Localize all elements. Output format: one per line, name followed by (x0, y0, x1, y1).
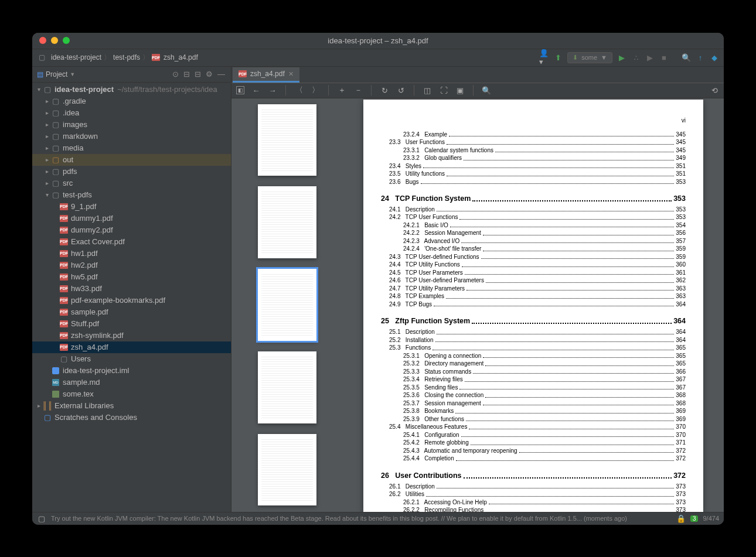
toc-entry: 24.9 TCP Bugs364 (381, 300, 686, 309)
ide-icon[interactable]: ◆ (710, 53, 719, 62)
build-button[interactable]: ⬆ (553, 53, 563, 62)
tab-label: zsh_a4.pdf (250, 70, 285, 78)
toc-entry: 25.3.3 Status commands366 (381, 368, 686, 376)
prev-page-icon[interactable]: 〈 (294, 86, 304, 95)
tree-file-pdf[interactable]: PDFhw5.pdf (32, 271, 231, 283)
folder-label: test-pdfs (63, 190, 92, 199)
tree-file-pdf[interactable]: PDFzsh-symlink.pdf (32, 330, 231, 341)
run-config-selector[interactable]: ⬇ some ▼ (567, 52, 612, 63)
tree-folder[interactable]: ▸▢markdown (32, 131, 231, 142)
tree-folder-testpdfs[interactable]: ▾ ▢ test-pdfs (32, 189, 231, 201)
tool-windows-icon[interactable]: ▢ (37, 514, 46, 523)
toc-entry: 24.2.3 Advanced I/O357 (381, 237, 686, 245)
toc-entry: 24.4 TCP Utility Functions360 (381, 261, 686, 269)
tree-folder[interactable]: ▸▢.idea (32, 107, 231, 119)
tree-scratches[interactable]: ▢ Scratches and Consoles (32, 412, 231, 423)
chevron-right-icon: ▸ (43, 145, 51, 151)
coverage-button[interactable]: ▶ (645, 53, 655, 62)
tree-file-pdf[interactable]: PDFhw2.pdf (32, 259, 231, 271)
thumbnail[interactable] (258, 351, 316, 423)
tree-external-libs[interactable]: ▸ ║║ External Libraries (32, 400, 231, 412)
crumb-project[interactable]: idea-test-project (51, 53, 101, 61)
spread-icon[interactable]: ◫ (423, 86, 432, 95)
thumbnail[interactable] (258, 186, 316, 258)
fit-icon[interactable]: ▣ (455, 86, 465, 95)
find-icon[interactable]: 🔍 (482, 86, 491, 95)
minimize-button[interactable] (51, 37, 58, 44)
select-opened-icon[interactable]: ⊙ (171, 70, 180, 78)
tree-file-iml[interactable]: idea-test-project.iml (32, 365, 231, 377)
maximize-button[interactable] (63, 37, 70, 44)
reload-icon[interactable]: ⟲ (710, 86, 719, 95)
rotate-cw-icon[interactable]: ↻ (380, 86, 389, 95)
back-icon[interactable]: ← (251, 86, 261, 95)
close-button[interactable] (39, 37, 46, 44)
tree-file-pdf[interactable]: PDFStuff.pdf (32, 318, 231, 330)
pdf-icon: PDF (152, 54, 160, 61)
sidebar-toggle-icon[interactable]: ◧ (236, 86, 244, 94)
crumb-folder[interactable]: test-pdfs (113, 53, 140, 61)
tree-folder[interactable]: ▸▢pdfs (32, 166, 231, 177)
toc-entry: 25.4.1 Configuration370 (381, 431, 686, 439)
tree-file-pdf[interactable]: PDFzsh_a4.pdf (32, 341, 231, 353)
file-label: hw5.pdf (71, 272, 98, 281)
folder-label: pdfs (63, 167, 77, 176)
thumbnail[interactable] (258, 434, 316, 506)
toc-entry: 23.2.4 Example345 (381, 131, 686, 139)
tree-folder[interactable]: ▸▢media (32, 142, 231, 154)
tab-zsh-pdf[interactable]: PDF zsh_a4.pdf ✕ (233, 67, 299, 83)
tree-file-pdf[interactable]: PDFsample.pdf (32, 306, 231, 318)
close-icon[interactable]: ✕ (288, 70, 294, 78)
rotate-ccw-icon[interactable]: ↺ (396, 86, 406, 95)
tree-folder-users[interactable]: ▢ Users (32, 353, 231, 365)
search-icon[interactable]: 🔍 (682, 53, 691, 62)
hide-icon[interactable]: — (216, 70, 226, 78)
toc-entry: 26.2.2 Recompiling Functions373 (381, 506, 686, 511)
tree-file-pdf[interactable]: PDFdummy1.pdf (32, 213, 231, 224)
toc-entry: 26.1 Description373 (381, 483, 686, 491)
notification-badge[interactable]: 3 (690, 515, 699, 522)
project-sidebar: ▤ Project ▼ ⊙ ⊟ ⊟ ⚙ — ▾ ▢ idea-test-proj… (32, 67, 231, 512)
zoom-in-icon[interactable]: ＋ (337, 86, 346, 95)
pdf-page-area[interactable]: vi 23.2.4 Example34523.3 User Functions3… (343, 98, 724, 512)
run-button[interactable]: ▶ (617, 53, 626, 62)
next-page-icon[interactable]: 〉 (311, 86, 320, 95)
toc-entry: 25.3.8 Bookmarks369 (381, 407, 686, 415)
tree-file-pdf[interactable]: PDFpdf-example-bookmarks.pdf (32, 295, 231, 306)
forward-icon[interactable]: → (268, 86, 277, 95)
project-path: ~/stuff/trash/test-projects/idea (117, 85, 217, 94)
toc-entry: 24.3 TCP User-defined Functions359 (381, 253, 686, 261)
thumbnail-selected[interactable] (258, 269, 316, 341)
tree-file-pdf[interactable]: PDFhw1.pdf (32, 248, 231, 259)
thumbnail[interactable] (258, 104, 316, 176)
sidebar-title[interactable]: Project (46, 70, 67, 78)
tree-folder[interactable]: ▸▢src (32, 177, 231, 189)
debug-button[interactable]: ⛬ (631, 53, 641, 62)
toc-entry: 25.3.1 Opening a connection365 (381, 352, 686, 360)
tree-folder[interactable]: ▸▢out (32, 154, 231, 166)
sync-icon[interactable]: ↑ (696, 53, 705, 62)
tree-project-root[interactable]: ▾ ▢ idea-test-project ~/stuff/trash/test… (32, 84, 231, 95)
collapse-all-icon[interactable]: ⊟ (193, 70, 202, 78)
page-indicator: 9/474 (703, 515, 719, 522)
tree-file-pdf[interactable]: PDF9_1.pdf (32, 201, 231, 213)
pdf-viewer: vi 23.2.4 Example34523.3 User Functions3… (231, 98, 724, 512)
tree-file-pdf[interactable]: PDFhw33.pdf (32, 283, 231, 295)
expand-all-icon[interactable]: ⊟ (182, 70, 191, 78)
tree-file-pdf[interactable]: PDFExact Cover.pdf (32, 236, 231, 248)
thumbnail-panel[interactable] (231, 98, 343, 512)
toc-heading: 25 Zftp Function System 364 (381, 316, 686, 326)
tree-folder[interactable]: ▸▢images (32, 119, 231, 131)
tree-file-pdf[interactable]: PDFdummy2.pdf (32, 224, 231, 236)
lock-icon[interactable]: 🔒 (676, 514, 686, 523)
zoom-out-icon[interactable]: － (353, 86, 363, 95)
tree-file-md[interactable]: MD sample.md (32, 377, 231, 388)
stop-button[interactable]: ■ (659, 53, 669, 62)
crumb-file[interactable]: zsh_a4.pdf (164, 53, 198, 61)
toc-entry: 23.3.1 Calendar system functions345 (381, 146, 686, 155)
fullscreen-icon[interactable]: ⛶ (439, 86, 448, 95)
tree-file-tex[interactable]: some.tex (32, 388, 231, 400)
tree-folder[interactable]: ▸▢.gradle (32, 95, 231, 107)
user-icon[interactable]: 👤▾ (539, 53, 549, 62)
settings-icon[interactable]: ⚙ (205, 70, 214, 78)
